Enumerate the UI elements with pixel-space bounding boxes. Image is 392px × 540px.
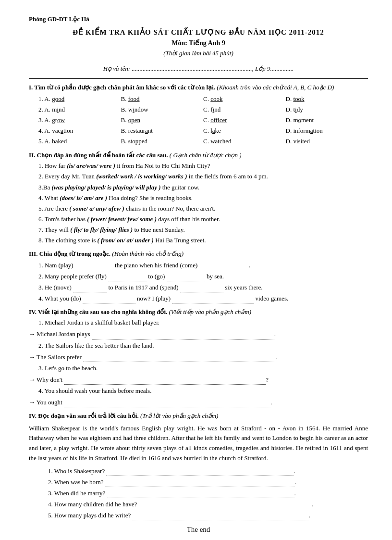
section4-items: 1. Michael Jordan is a skillful basket b… [29, 318, 368, 407]
s1-r1-d: D. took [286, 94, 368, 104]
section4: IV. Viết lại những câu sau sao cho nghĩa… [29, 307, 368, 407]
section5: IV. Đọc đoạn văn sau rồi trả lời câu hỏi… [29, 411, 368, 520]
s2-q5: 5. Are there ( some/ a/ any/ afew ) chai… [38, 204, 368, 213]
section1: I. Tìm từ có phần được gạch chân phát âm… [29, 83, 368, 147]
s1-r5-a: 5. A. baked [38, 136, 121, 147]
org-header: Phòng GD-ĐT Lộc Hà ĐỀ KIỂM TRA KHẢO SÁT … [29, 14, 368, 58]
s3-q1: 1. Nam (play) the piano when his friend … [38, 260, 368, 270]
exam-title: ĐỀ KIỂM TRA KHẢO SÁT CHẤT LƯỢNG ĐẦU NĂM … [29, 27, 368, 38]
s1-r1-a: 1. A. good [38, 94, 121, 104]
s3-q4: 4. What you (do) now? I (play) video gam… [38, 293, 368, 303]
s4-item2: 2. The Sailors like the sea better than … [38, 341, 368, 351]
s1-r2-c: C. find [203, 104, 286, 115]
s5-q4: 4. How many children did he have? . [48, 499, 368, 509]
s1-r3-c: C. officer [203, 115, 286, 126]
section1-title: I. Tìm từ có phần được gạch chân phát âm… [29, 83, 368, 92]
s2-q1: 1. How far (is/ are/was/ were ) it from … [38, 161, 368, 171]
s1-r3-a: 3. A. grow [38, 115, 121, 126]
s5-q3: 3. When did he marry? . [48, 488, 368, 498]
s1-r5-d: D. visited [286, 136, 368, 147]
s3-q3: 3. He (move) to Paris in 1917 and (spend… [38, 282, 368, 292]
s1-r1-b: B. food [121, 94, 204, 104]
org-name: Phòng GD-ĐT Lộc Hà [29, 14, 368, 24]
s5-q5: 5. How many plays did he write? . [48, 510, 368, 520]
s1-r4-c: C. lake [203, 126, 286, 136]
s2-q4: 4. What (does/ is/ am/ are ) Hoa doing? … [38, 193, 368, 203]
section3-questions: 1. Nam (play) the piano when his friend … [38, 260, 368, 304]
s1-r5-b: B. stopped [121, 136, 204, 147]
s4-arrow4: → You ought . [29, 397, 368, 407]
s2-q8: 8. The clothing store is ( from/ on/ at/… [38, 236, 368, 245]
s4-arrow3: → Why don't ? [29, 375, 368, 385]
s1-r4-d: D. information [286, 126, 368, 136]
section1-choices: 1. A. good B. food C. cook D. took 2. A.… [38, 94, 368, 147]
s5-q2: 2. When was he born? . [48, 477, 368, 487]
s2-q6: 6. Tom's father has ( fewer/ fewest/ few… [38, 214, 368, 224]
s3-q2: 2. Many people prefer (fly) to (go) by s… [38, 271, 368, 281]
the-end: The end [29, 524, 368, 535]
s4-arrow1: → Michael Jordan plays . [29, 329, 368, 339]
s1-r3-d: D. moment [286, 115, 368, 126]
section2-title: II. Chọn đáp án đúng nhất để hoàn tất cá… [29, 151, 368, 160]
section5-paragraph: William Shakespear is the world's famous… [29, 424, 368, 464]
section5-title: IV. Đọc đoạn văn sau rồi trả lời câu hỏi… [29, 411, 368, 421]
section2: II. Chọn đáp án đúng nhất để hoàn tất cá… [29, 151, 368, 245]
student-name-line: Họ và tên: .............................… [29, 64, 368, 74]
s1-r2-a: 2. A. mind [38, 104, 121, 115]
s1-r2-d: D. tidy [286, 104, 368, 115]
s4-item1: 1. Michael Jordan is a skillful basket b… [38, 318, 368, 327]
s1-r4-b: B. restaurant [121, 126, 204, 136]
section2-questions: 1. How far (is/ are/was/ were ) it from … [38, 161, 368, 245]
divider [29, 78, 368, 79]
s1-r4-a: 4. A. vacation [38, 126, 121, 136]
s1-r3-b: B. open [121, 115, 204, 126]
section5-questions: 1. Who is Shakespear? . 2. When was he b… [38, 466, 368, 521]
s4-arrow2: → The Sailors prefer . [29, 352, 368, 362]
s2-q7: 7. They will ( fly/ to fly/ flying/ flie… [38, 225, 368, 235]
s2-q2: 2. Every day Mr. Tuan (worked/ work / is… [38, 172, 368, 181]
s4-item4: 4. You should wash your hands before mea… [38, 386, 368, 396]
section4-title: IV. Viết lại những câu sau sao cho nghĩa… [29, 307, 368, 317]
time-note: (Thời gian làm bài 45 phút) [29, 49, 368, 58]
s1-r5-c: C. watched [203, 136, 286, 147]
s2-q3: 3.Ba (was playing/ played/ is playing/ w… [38, 183, 368, 192]
s4-item3: 3. Let's go to the beach. [38, 364, 368, 373]
s1-r1-c: C. cook [203, 94, 286, 104]
subject-title: Môn: Tiếng Anh 9 [29, 38, 368, 49]
section3: III. Chia động từ trong ngoặc. (Hoàn thà… [29, 249, 368, 303]
s1-r2-b: B. window [121, 104, 204, 115]
section3-title: III. Chia động từ trong ngoặc. (Hoàn thà… [29, 249, 368, 259]
s5-q1: 1. Who is Shakespear? . [48, 466, 368, 476]
